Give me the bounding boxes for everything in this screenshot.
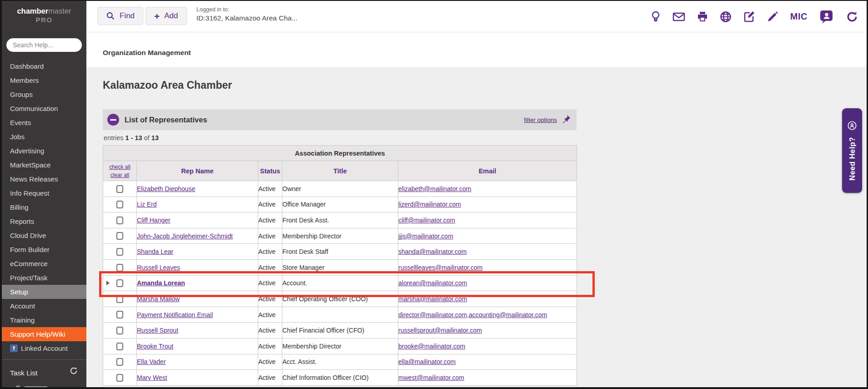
pencil-icon[interactable] [767, 10, 779, 23]
toolbar-icons: MIC [650, 1, 858, 32]
row-checkbox[interactable] [116, 264, 123, 272]
rep-email-link[interactable]: jjjs@mailinator.com [398, 232, 453, 240]
sidebar-item-dashboard[interactable]: Dashboard [2, 59, 86, 73]
rep-email-link[interactable]: mwest@mailinator.com [398, 374, 464, 381]
mic-label[interactable]: MIC [790, 11, 808, 22]
rep-name-link[interactable]: Cliff Hanger [137, 217, 171, 224]
table-row: Russell Sprout Active Chief Financial Of… [103, 323, 577, 338]
rep-email-link[interactable]: russellsprout@mailinator.com [398, 327, 482, 334]
row-checkbox[interactable] [116, 327, 123, 334]
sidebar-item-info-request[interactable]: Info Request [2, 186, 86, 200]
sidebar-item-members[interactable]: Members [2, 73, 86, 87]
find-button[interactable]: Find [97, 7, 143, 25]
rep-email-link[interactable]: director@mailinator.com,accounting@maili… [398, 311, 547, 318]
row-checkbox[interactable] [116, 217, 123, 224]
sidebar-item-groups[interactable]: Groups [2, 87, 86, 101]
breadcrumb: Organization Management [103, 49, 191, 57]
rep-email-link[interactable]: shanda@mailinator.com [398, 248, 467, 255]
rep-name-link[interactable]: John-Jacob Jingleheimer-Schmidt [137, 232, 233, 240]
sidebar-item-cloud-drive[interactable]: Cloud Drive [2, 228, 86, 242]
app-window: chambermaster PRO Dashboard Members Grou… [0, 0, 868, 389]
entries-range: 1 - 13 [125, 134, 142, 141]
rep-email-link[interactable]: ella@mailinator.com [398, 358, 456, 365]
column-header-rep-name: Rep Name [137, 161, 258, 181]
task-list-label: Task List [10, 369, 37, 377]
rep-status: Active [258, 358, 276, 365]
rep-name-link[interactable]: Shanda Lear [137, 248, 173, 255]
row-checkbox[interactable] [116, 232, 123, 240]
rep-email-link[interactable]: cliff@mailinator.com [398, 217, 455, 224]
rep-name-link[interactable]: Liz Erd [137, 201, 157, 208]
sidebar-item-marketspace[interactable]: MarketSpace [2, 158, 86, 172]
sidebar-item-jobs[interactable]: Jobs [2, 130, 86, 144]
row-checkbox[interactable] [116, 248, 123, 256]
globe-icon[interactable] [720, 11, 732, 23]
breadcrumb-strip: Organization Management [86, 32, 867, 67]
rep-email-link[interactable]: alorean@mailinator.com [398, 279, 467, 287]
task-list-item[interactable]: Task List [2, 360, 86, 377]
row-checkbox[interactable] [116, 311, 123, 318]
sidebar-item-label: Linked Account [21, 344, 68, 352]
printer-icon[interactable] [697, 11, 708, 23]
logged-in-label: Logged in to: [196, 6, 297, 13]
rep-email-link[interactable]: russellleaves@mailinator.com [398, 264, 482, 271]
member-chat-icon[interactable] [819, 9, 834, 25]
rep-status: Active [258, 185, 276, 192]
sidebar-item-advertising[interactable]: Advertising [2, 144, 86, 158]
check-all-link[interactable]: check all [103, 163, 136, 171]
sidebar-item-support-help-wiki[interactable]: Support Help/Wiki [2, 327, 86, 341]
sidebar-item-events[interactable]: Events [2, 116, 86, 130]
sidebar-item-ecommerce[interactable]: eCommerce [2, 257, 86, 271]
column-header-title: Title [282, 161, 398, 181]
rep-email-link[interactable]: elizabeth@mailinator.com [398, 185, 472, 192]
clipped-text-remnant [24, 386, 48, 387]
row-checkbox[interactable] [116, 185, 123, 193]
rep-name-link[interactable]: Mary West [137, 374, 167, 381]
sidebar: chambermaster PRO Dashboard Members Grou… [2, 1, 86, 387]
sidebar-item-setup[interactable]: Setup [2, 285, 86, 299]
refresh-tasks-icon[interactable] [69, 366, 78, 377]
pushpin-icon[interactable] [562, 114, 571, 126]
collapse-panel-icon[interactable] [107, 114, 119, 126]
row-checkbox[interactable] [116, 358, 123, 366]
sidebar-item-account[interactable]: Account [2, 299, 86, 313]
sidebar-item-linked-account[interactable]: f Linked Account [2, 341, 86, 355]
row-checkbox[interactable] [116, 295, 123, 303]
rep-name-link[interactable]: Russell Sprout [137, 327, 178, 334]
help-search-input[interactable] [6, 38, 82, 52]
sidebar-item-form-builder[interactable]: Form Builder [2, 242, 86, 257]
sidebar-item-label: Members [10, 76, 39, 84]
lightbulb-icon[interactable] [650, 10, 661, 23]
sidebar-item-reports[interactable]: Reports [2, 214, 86, 228]
add-button[interactable]: + Add [146, 7, 187, 25]
sidebar-item-project-task[interactable]: Project/Task [2, 271, 86, 285]
row-checkbox[interactable] [116, 343, 123, 350]
sidebar-item-billing[interactable]: Billing [2, 200, 86, 214]
refresh-icon[interactable] [846, 10, 858, 23]
need-help-tab[interactable]: Need Help? [842, 108, 862, 193]
expand-arrow-icon[interactable] [106, 281, 110, 285]
envelope-icon[interactable] [672, 11, 685, 22]
rep-name-link[interactable]: Russell Leaves [137, 264, 180, 271]
filter-options-link[interactable]: filter options [524, 116, 557, 123]
rep-email-link[interactable]: marsha@mailinator.com [398, 295, 467, 303]
entries-total: 13 [151, 134, 159, 141]
sidebar-item-communication[interactable]: Communication [2, 101, 86, 116]
row-checkbox[interactable] [116, 279, 123, 287]
rep-name-link[interactable]: Elizabeth Diephouse [137, 185, 195, 192]
sidebar-item-label: Billing [10, 203, 29, 211]
edit-icon[interactable] [743, 10, 755, 23]
row-checkbox[interactable] [116, 201, 123, 208]
rep-name-link[interactable]: Marsha Mallow [137, 295, 180, 303]
row-checkbox[interactable] [116, 374, 123, 382]
rep-name-link[interactable]: Brooke Trout [137, 343, 173, 350]
rep-name-link[interactable]: Amanda Lorean [137, 279, 185, 287]
rep-name-link[interactable]: Payment Notification Email [137, 311, 213, 318]
clear-all-link[interactable]: clear all [103, 171, 136, 179]
rep-email-link[interactable]: brooke@mailinator.com [398, 343, 465, 350]
rep-name-link[interactable]: Ella Vader [137, 358, 166, 365]
sidebar-item-training[interactable]: Training [2, 313, 86, 327]
rep-email-link[interactable]: lizerd@mailinator.com [398, 201, 461, 208]
sidebar-item-news-releases[interactable]: News Releases [2, 172, 86, 186]
plus-icon: + [154, 11, 160, 21]
